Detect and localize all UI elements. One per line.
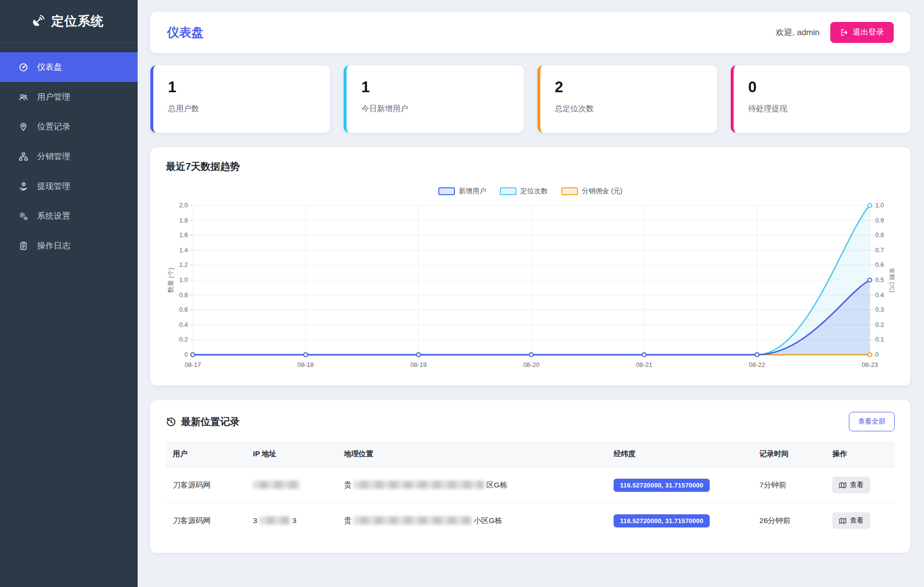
redacted-location <box>353 481 484 489</box>
svg-text:08-17: 08-17 <box>185 361 201 368</box>
legend-swatch <box>561 187 578 195</box>
sidebar-item-dashboard[interactable]: 仪表盘 <box>0 52 138 82</box>
svg-text:0.8: 0.8 <box>875 231 884 239</box>
cell-ip: 33 <box>246 503 337 539</box>
view-record-button[interactable]: 查看 <box>832 512 870 529</box>
legend-item-分销佣金 (元)[interactable]: 分销佣金 (元) <box>561 187 622 196</box>
svg-text:0.5: 0.5 <box>875 276 884 283</box>
sidebar-item-logs[interactable]: 操作日志 <box>0 231 138 261</box>
svg-text:08-21: 08-21 <box>636 361 652 368</box>
sidebar-item-label: 系统设置 <box>37 210 70 222</box>
map-icon <box>839 482 846 489</box>
svg-text:08-22: 08-22 <box>749 361 765 368</box>
stat-value: 2 <box>555 79 702 96</box>
svg-text:数量 (个): 数量 (个) <box>167 267 174 293</box>
users-icon <box>19 92 28 102</box>
view-record-button[interactable]: 查看 <box>832 477 870 493</box>
svg-text:1.6: 1.6 <box>179 231 188 239</box>
col-time: 记录时间 <box>753 441 825 467</box>
svg-text:0.1: 0.1 <box>875 336 884 343</box>
svg-text:0.3: 0.3 <box>875 306 884 313</box>
stat-card-total-locates: 2 总定位次数 <box>537 65 717 133</box>
legend-label: 新增用户 <box>459 187 486 196</box>
col-actions: 操作 <box>825 441 895 467</box>
records-table: 用户 IP 地址 地理位置 经纬度 记录时间 操作 刀客源码网 贵区G栋 116… <box>166 441 895 538</box>
sidebar-item-distribution[interactable]: 分销管理 <box>0 142 138 171</box>
table-row: 刀客源码网 贵区G栋 116.52720000, 31.71570000 7分钟… <box>166 467 895 503</box>
svg-text:0: 0 <box>875 351 879 358</box>
cell-time: 26分钟前 <box>753 503 825 539</box>
page-title: 仪表盘 <box>167 24 204 40</box>
col-user: 用户 <box>166 441 246 467</box>
col-ip: IP 地址 <box>246 441 337 467</box>
view-all-button[interactable]: 查看全部 <box>849 412 895 431</box>
cell-location: 贵小区G栋 <box>337 503 607 539</box>
cell-ip <box>246 467 337 503</box>
chart-legend: 新增用户定位次数分销佣金 (元) <box>166 186 895 197</box>
cell-user: 刀客源码网 <box>166 503 246 539</box>
svg-text:1.2: 1.2 <box>179 261 188 268</box>
svg-text:金额 (元): 金额 (元) <box>889 267 895 292</box>
svg-text:0.6: 0.6 <box>875 261 884 268</box>
cell-actions: 查看 <box>825 503 895 539</box>
svg-text:08-23: 08-23 <box>862 361 878 368</box>
svg-text:0.4: 0.4 <box>875 291 884 299</box>
redacted-location <box>353 516 472 525</box>
history-icon <box>166 417 176 427</box>
sitemap-icon <box>19 152 28 162</box>
stat-label: 总用户数 <box>168 104 315 114</box>
stat-card-total-users: 1 总用户数 <box>150 65 330 133</box>
map-pin-icon <box>19 122 28 132</box>
legend-swatch <box>500 187 516 195</box>
svg-text:0.6: 0.6 <box>179 306 188 313</box>
sidebar-item-label: 提现管理 <box>37 181 70 192</box>
app-name: 定位系统 <box>51 13 104 30</box>
stat-value: 0 <box>748 79 896 96</box>
welcome-text: 欢迎, admin <box>776 27 820 38</box>
gauge-icon <box>19 62 28 72</box>
hand-coin-icon <box>19 182 28 191</box>
svg-text:08-19: 08-19 <box>411 361 427 368</box>
chart-area: 00.20.40.60.81.01.21.41.61.82.000.10.20.… <box>166 199 895 374</box>
legend-item-新增用户[interactable]: 新增用户 <box>438 187 486 196</box>
sidebar-item-label: 操作日志 <box>37 240 70 251</box>
svg-text:0.2: 0.2 <box>875 321 884 328</box>
logout-button[interactable]: 退出登录 <box>830 22 894 43</box>
clipboard-icon <box>19 241 28 251</box>
stat-value: 1 <box>361 79 509 96</box>
table-row: 刀客源码网 33 贵小区G栋 116.52720000, 31.71570000… <box>166 503 895 539</box>
redacted-ip <box>253 481 300 489</box>
legend-label: 定位次数 <box>520 187 548 196</box>
cell-actions: 查看 <box>825 467 895 503</box>
stat-value: 1 <box>168 79 315 96</box>
stats-row: 1 总用户数 1 今日新增用户 2 总定位次数 0 待处理提现 <box>150 65 910 133</box>
stat-label: 今日新增用户 <box>361 104 509 114</box>
sidebar-item-label: 位置记录 <box>37 121 70 132</box>
sidebar-item-settings[interactable]: 系统设置 <box>0 201 138 231</box>
map-icon <box>839 517 846 525</box>
latest-records-card: 最新位置记录 查看全部 用户 IP 地址 地理位置 经纬度 记录时间 操作 刀客… <box>150 400 910 553</box>
sidebar-item-users[interactable]: 用户管理 <box>0 82 138 112</box>
legend-item-定位次数[interactable]: 定位次数 <box>500 187 548 196</box>
logout-label: 退出登录 <box>853 27 884 38</box>
app-logo: 定位系统 <box>0 0 138 42</box>
svg-text:1.8: 1.8 <box>179 217 188 224</box>
svg-text:0.9: 0.9 <box>875 217 884 224</box>
gears-icon <box>19 211 28 221</box>
cell-coordinates: 116.52720000, 31.71570000 <box>607 503 753 539</box>
svg-text:0.8: 0.8 <box>179 291 188 299</box>
chart-title: 最近7天数据趋势 <box>166 160 895 173</box>
sidebar-item-withdrawals[interactable]: 提现管理 <box>0 171 138 201</box>
main-content: 仪表盘 欢迎, admin 退出登录 1 总用户数 1 今日新增用户 2 总定位 <box>138 0 924 553</box>
trend-chart-card: 最近7天数据趋势 新增用户定位次数分销佣金 (元) 00.20.40.60.81… <box>150 147 910 385</box>
satellite-dish-icon <box>31 15 44 28</box>
stat-label: 待处理提现 <box>748 104 896 114</box>
col-location: 地理位置 <box>337 441 607 467</box>
cell-location: 贵区G栋 <box>337 467 607 503</box>
sidebar-item-label: 分销管理 <box>37 151 70 162</box>
svg-text:0.2: 0.2 <box>179 336 188 343</box>
sidebar-item-locations[interactable]: 位置记录 <box>0 112 138 142</box>
cell-user: 刀客源码网 <box>166 467 246 503</box>
sidebar-item-label: 用户管理 <box>37 91 70 102</box>
legend-label: 分销佣金 (元) <box>582 187 622 196</box>
